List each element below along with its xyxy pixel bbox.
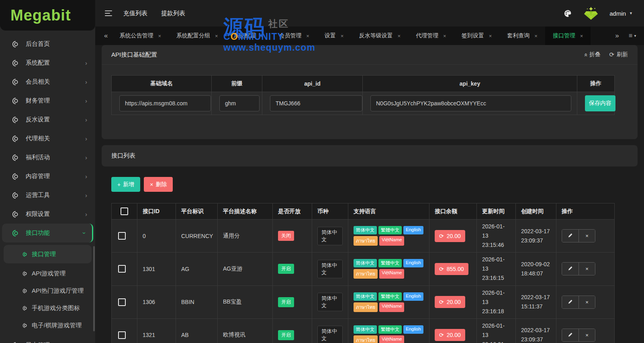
edit-button[interactable] bbox=[562, 263, 579, 275]
sidebar-item-3[interactable]: 财务管理› bbox=[0, 91, 95, 110]
delete-row-button[interactable]: × bbox=[579, 230, 595, 242]
balance-refresh-badge[interactable]: ⟳855.00 bbox=[435, 263, 468, 275]
user-menu[interactable]: admin ▼ bbox=[609, 10, 633, 17]
sidebar-scrollbar-thumb[interactable] bbox=[93, 246, 95, 331]
domain-input[interactable] bbox=[119, 95, 211, 111]
plus-icon: + bbox=[117, 181, 121, 188]
swirl-icon bbox=[12, 135, 19, 142]
swirl-icon bbox=[22, 252, 28, 257]
sidebar-item-11[interactable]: 日志管理› bbox=[0, 336, 95, 343]
language-tag: ViệtName bbox=[379, 335, 404, 343]
sidebar-subitem-1[interactable]: API游戏管理 bbox=[0, 265, 95, 282]
row-checkbox[interactable] bbox=[118, 331, 126, 339]
delete-button[interactable]: × 删除 bbox=[144, 177, 173, 192]
sidebar-item-0[interactable]: 后台首页 bbox=[0, 35, 95, 53]
config-value-row: 保存内容 bbox=[112, 92, 615, 115]
sidebar-item-6[interactable]: 福利活动› bbox=[0, 148, 95, 167]
balance-refresh-badge[interactable]: ⟳20.00 bbox=[435, 329, 465, 341]
delete-row-button[interactable]: × bbox=[579, 329, 595, 341]
sidebar-item-8[interactable]: 运营工具› bbox=[0, 186, 95, 205]
sidebar-subitem-label: 手机游戏分类图标 bbox=[32, 304, 80, 312]
balance-refresh-badge[interactable]: ⟳20.00 bbox=[435, 296, 465, 308]
row-checkbox[interactable] bbox=[118, 232, 126, 240]
sidebar-subitem-2[interactable]: API热门游戏厅管理 bbox=[0, 282, 95, 300]
save-button[interactable]: 保存内容 bbox=[585, 95, 615, 111]
tabs-options-icon[interactable]: ≡▼ bbox=[629, 32, 637, 39]
select-all-checkbox[interactable] bbox=[121, 207, 128, 215]
prefix-input[interactable] bbox=[219, 95, 260, 111]
chevron-right-icon: › bbox=[85, 97, 87, 104]
cell-languages: 简体中文繁體中文EnglishภาษาไทยViệtName bbox=[348, 220, 429, 253]
tab-item-7[interactable]: 签到设置× bbox=[454, 27, 500, 45]
sidebar-subitem-0[interactable]: 接口管理 bbox=[4, 245, 92, 263]
sidebar-subitem-4[interactable]: 电子/棋牌游戏管理 bbox=[0, 317, 95, 334]
tab-item-8[interactable]: 套利查询× bbox=[499, 27, 545, 45]
swirl-icon bbox=[22, 323, 28, 328]
tab-item-6[interactable]: 代理管理× bbox=[408, 27, 454, 45]
collapse-button[interactable]: » 折叠 bbox=[583, 51, 600, 58]
sidebar-item-label: 内容管理 bbox=[26, 173, 50, 180]
sidebar-item-10[interactable]: 接口功能› bbox=[2, 224, 93, 242]
chevron-down-icon: ▼ bbox=[629, 11, 633, 15]
column-header-checkbox bbox=[112, 203, 137, 220]
tab-close-icon[interactable]: × bbox=[580, 33, 583, 39]
sidebar-item-1[interactable]: 系统配置› bbox=[0, 53, 95, 72]
row-checkbox[interactable] bbox=[118, 298, 126, 306]
topbar-menu-item-0[interactable]: 充值列表 bbox=[123, 10, 147, 17]
created-date: 2022-03-17 bbox=[521, 293, 551, 302]
language-tag: English bbox=[403, 226, 423, 234]
username: admin bbox=[609, 10, 626, 17]
api-id-input[interactable] bbox=[270, 95, 362, 111]
tab-close-icon[interactable]: × bbox=[215, 33, 218, 39]
tab-item-1[interactable]: 系统配置分组× bbox=[169, 27, 226, 45]
balance-refresh-badge[interactable]: ⟳20.00 bbox=[435, 230, 465, 242]
edit-button[interactable] bbox=[562, 230, 579, 242]
tab-item-0[interactable]: 系统公告管理× bbox=[112, 27, 169, 45]
tab-close-icon[interactable]: × bbox=[158, 33, 161, 39]
row-action-group: × bbox=[562, 262, 595, 275]
language-tag: ViệtName bbox=[379, 236, 404, 246]
tab-close-icon[interactable]: × bbox=[534, 33, 538, 39]
sidebar-subitem-3[interactable]: 手机游戏分类图标 bbox=[0, 300, 95, 317]
sidebar-item-7[interactable]: 内容管理› bbox=[0, 167, 95, 186]
column-header-4: 币种 bbox=[312, 203, 348, 220]
tab-item-9[interactable]: 接口管理× bbox=[545, 27, 591, 45]
column-header-1: 平台标识 bbox=[176, 203, 218, 220]
tab-close-icon[interactable]: × bbox=[306, 33, 309, 39]
refresh-button[interactable]: ⟳ 刷新 bbox=[609, 51, 628, 58]
language-tag: 简体中文 bbox=[354, 259, 377, 267]
edit-button[interactable] bbox=[562, 329, 579, 341]
tabs-scroll-right-icon[interactable]: » bbox=[611, 32, 623, 40]
tab-item-4[interactable]: 设置× bbox=[317, 27, 352, 45]
tab-item-2[interactable]: 系统配置× bbox=[226, 27, 272, 45]
sidebar-item-2[interactable]: 会员相关› bbox=[0, 72, 95, 91]
topbar-menu-item-1[interactable]: 提款列表 bbox=[161, 10, 185, 17]
tabs-scroll-left-icon[interactable]: « bbox=[100, 32, 112, 40]
tab-close-icon[interactable]: × bbox=[397, 33, 401, 39]
tab-close-icon[interactable]: × bbox=[261, 33, 264, 39]
sidebar-item-5[interactable]: 代理相关› bbox=[0, 129, 95, 148]
avatar-gem-icon[interactable] bbox=[583, 6, 599, 21]
tab-close-icon[interactable]: × bbox=[341, 33, 344, 39]
delete-row-button[interactable]: × bbox=[579, 263, 595, 275]
tab-close-icon[interactable]: × bbox=[489, 33, 492, 39]
delete-row-button[interactable]: × bbox=[579, 296, 595, 308]
sidebar-item-4[interactable]: 反水设置› bbox=[0, 110, 95, 129]
balance-value: 855.00 bbox=[447, 266, 464, 272]
edit-button[interactable] bbox=[562, 296, 579, 308]
sidebar-item-9[interactable]: 权限设置› bbox=[0, 205, 95, 224]
api-key-input[interactable] bbox=[370, 95, 571, 111]
language-tag: ViệtName bbox=[379, 302, 404, 312]
tab-close-icon[interactable]: × bbox=[443, 33, 446, 39]
language-tag: 繁體中文 bbox=[378, 226, 402, 234]
column-header-5: 支持语言 bbox=[348, 203, 429, 220]
tab-item-3[interactable]: 会员管理× bbox=[271, 27, 317, 45]
add-button[interactable]: + 新增 bbox=[111, 177, 140, 192]
swirl-icon bbox=[22, 288, 28, 294]
tab-item-5[interactable]: 反水等级设置× bbox=[351, 27, 408, 45]
language-tag: English bbox=[403, 325, 423, 334]
palette-icon[interactable] bbox=[563, 9, 572, 18]
cell-id: 0 bbox=[137, 220, 176, 253]
hamburger-icon[interactable] bbox=[105, 10, 113, 16]
row-checkbox[interactable] bbox=[118, 265, 126, 273]
